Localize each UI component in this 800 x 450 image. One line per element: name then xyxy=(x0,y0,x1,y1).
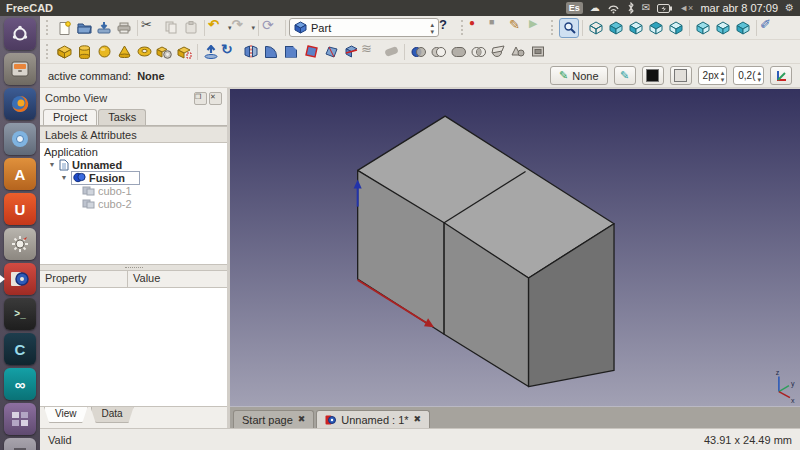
tab-project[interactable]: Project xyxy=(43,109,97,125)
weather-cloud-icon[interactable]: ☁ xyxy=(590,2,600,14)
panel-float-button[interactable]: ❐ xyxy=(194,92,207,105)
macro-stop-button[interactable]: ■ xyxy=(489,18,509,38)
whats-this-button[interactable]: ? xyxy=(439,18,459,38)
launcher-item-terminal[interactable]: >_ xyxy=(4,298,36,330)
launcher-item-firefox[interactable] xyxy=(4,88,36,120)
part-section-button[interactable] xyxy=(488,42,508,62)
view-left-button[interactable] xyxy=(733,18,753,38)
copy-button[interactable] xyxy=(161,18,181,38)
3d-viewport[interactable]: z y x xyxy=(230,88,800,407)
part-fillet-button[interactable] xyxy=(261,42,281,62)
launcher-item-software-center[interactable]: A xyxy=(4,158,36,190)
part-chamfer-button[interactable] xyxy=(281,42,301,62)
part-common-button[interactable] xyxy=(468,42,488,62)
line-color-button[interactable] xyxy=(642,66,664,85)
tree-item-application[interactable]: Application xyxy=(40,145,227,158)
tab-start-page[interactable]: Start page ✖ xyxy=(233,410,314,429)
open-file-button[interactable] xyxy=(74,18,94,38)
macro-record-button[interactable]: ● xyxy=(469,18,489,38)
redo-button[interactable]: ↷ xyxy=(232,18,252,38)
part-sphere-button[interactable] xyxy=(94,42,114,62)
launcher-item-trash[interactable] xyxy=(4,438,36,450)
new-file-button[interactable] xyxy=(54,18,74,38)
expander-icon[interactable]: ▼ xyxy=(48,161,56,168)
part-compound-button[interactable] xyxy=(528,42,548,62)
part-box-button[interactable] xyxy=(54,42,74,62)
part-mirror-button[interactable] xyxy=(241,42,261,62)
face-color-button[interactable] xyxy=(670,66,692,85)
property-column-header[interactable]: Property xyxy=(40,271,128,287)
part-cross-section-button[interactable] xyxy=(341,42,361,62)
launcher-item-system-settings[interactable] xyxy=(4,228,36,260)
tree-item-fusion[interactable]: ▼ Fusion xyxy=(40,171,227,184)
launcher-item-c-app[interactable]: C xyxy=(4,333,36,365)
save-button[interactable] xyxy=(94,18,114,38)
workbench-selector[interactable]: Part ▴▾ xyxy=(289,18,439,37)
part-revolve-button[interactable]: ↻ xyxy=(221,42,241,62)
selection-filter-button[interactable]: ✎ None xyxy=(550,66,608,85)
line-width-arrows[interactable]: ▴▾ xyxy=(721,69,725,83)
value-column-header[interactable]: Value xyxy=(128,271,165,287)
part-ruled-surface-button[interactable] xyxy=(301,42,321,62)
launcher-item-arduino[interactable]: ∞ xyxy=(4,368,36,400)
launcher-item-workspace[interactable] xyxy=(4,403,36,435)
cut-button[interactable]: ✂ xyxy=(141,18,161,38)
part-primitives-button[interactable] xyxy=(154,42,174,62)
tab-tasks[interactable]: Tasks xyxy=(98,109,146,125)
launcher-item-dash[interactable] xyxy=(4,18,36,50)
measure-button[interactable]: ✐ xyxy=(760,18,780,38)
close-tab-icon[interactable]: ✖ xyxy=(298,415,306,424)
part-union-button[interactable] xyxy=(448,42,468,62)
clipping-plane-button[interactable] xyxy=(770,66,792,85)
workbench-dropdown-arrows[interactable]: ▴▾ xyxy=(431,21,435,35)
expander-icon[interactable]: ▼ xyxy=(60,174,68,181)
macro-play-button[interactable]: ▶ xyxy=(529,18,549,38)
tree-item-cubo-2[interactable]: cubo-2 xyxy=(40,197,227,210)
tree-item-unnamed[interactable]: ▼ Unnamed xyxy=(40,158,227,171)
launcher-item-files[interactable] xyxy=(4,53,36,85)
panel-close-button[interactable]: ✕ xyxy=(209,92,222,105)
mail-envelope-icon[interactable]: ✉ xyxy=(642,2,650,14)
launcher-item-freecad[interactable] xyxy=(4,263,36,295)
volume-muted-icon[interactable]: ◄× xyxy=(679,2,693,14)
part-extrude-button[interactable] xyxy=(201,42,221,62)
refresh-button[interactable]: ⟳ xyxy=(262,18,282,38)
part-loft-button[interactable]: ≋ xyxy=(361,42,381,62)
view-rear-button[interactable] xyxy=(693,18,713,38)
session-gear-icon[interactable]: ⚙ xyxy=(785,2,794,14)
close-tab-icon[interactable]: ✖ xyxy=(414,415,422,424)
part-makeface-button[interactable] xyxy=(321,42,341,62)
fit-all-button[interactable] xyxy=(559,18,579,38)
undo-dropdown-arrow[interactable]: ▾ xyxy=(228,24,232,31)
tree-item-cubo-1[interactable]: cubo-1 xyxy=(40,184,227,197)
combo-view-titlebar[interactable]: Combo View ❐ ✕ xyxy=(40,88,227,108)
launcher-item-ubuntu-one[interactable]: U xyxy=(4,193,36,225)
toolbar-grip[interactable] xyxy=(46,20,50,35)
property-table-body[interactable] xyxy=(40,288,227,406)
tab-data[interactable]: Data xyxy=(91,407,134,423)
tab-view[interactable]: View xyxy=(44,407,88,423)
part-sweep-button[interactable] xyxy=(381,42,401,62)
point-size-arrows[interactable]: ▴▾ xyxy=(757,69,761,83)
part-boolean-button[interactable] xyxy=(408,42,428,62)
part-torus-button[interactable] xyxy=(134,42,154,62)
paste-button[interactable] xyxy=(181,18,201,38)
battery-icon[interactable] xyxy=(657,4,672,13)
clock[interactable]: mar abr 8 07:09 xyxy=(700,2,778,14)
line-width-spinbox[interactable]: 2px ▴▾ xyxy=(698,66,728,85)
draw-style-button[interactable]: ✎ xyxy=(614,66,636,85)
wifi-icon[interactable] xyxy=(607,3,620,14)
part-cut-button[interactable] xyxy=(428,42,448,62)
point-size-spinbox[interactable]: 0,2( ▴▾ xyxy=(733,66,764,85)
part-check-geometry-button[interactable] xyxy=(508,42,528,62)
part-cylinder-button[interactable] xyxy=(74,42,94,62)
view-isometric-button[interactable] xyxy=(606,18,626,38)
tab-unnamed-document[interactable]: Unnamed : 1* ✖ xyxy=(316,410,430,429)
undo-button[interactable]: ↶ xyxy=(208,18,228,38)
launcher-item-chromium[interactable] xyxy=(4,123,36,155)
redo-dropdown-arrow[interactable]: ▾ xyxy=(252,24,256,31)
view-bottom-button[interactable] xyxy=(713,18,733,38)
macro-edit-button[interactable]: ✎ xyxy=(509,18,529,38)
part-shapebuilder-button[interactable] xyxy=(174,42,194,62)
view-right-button[interactable] xyxy=(666,18,686,38)
